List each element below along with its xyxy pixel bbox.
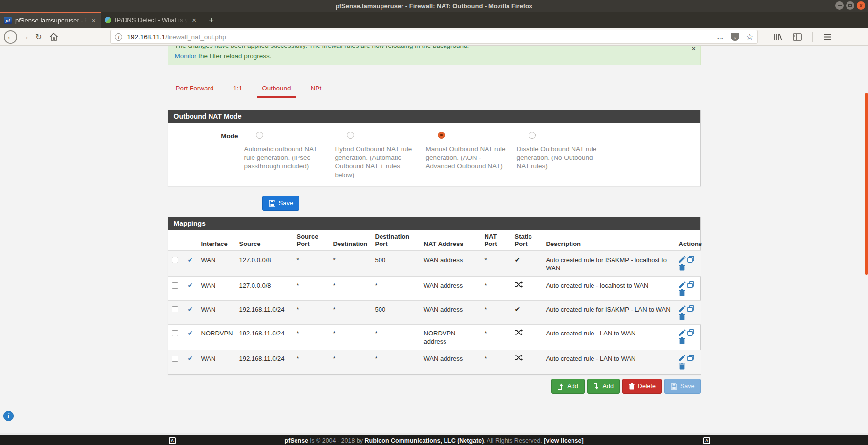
url-bar[interactable]: i 192.168.11.1/firewall_nat_out.php … ⌄ … — [110, 30, 758, 44]
window-controls: x — [835, 1, 865, 10]
cell-interface: WAN — [197, 251, 235, 277]
cell-nat-address: WAN address — [420, 301, 481, 325]
browser-tab-ipdns[interactable]: IP/DNS Detect - What is y × — [101, 12, 201, 28]
minimize-button[interactable] — [835, 1, 844, 10]
vertical-scrollbar-thumb[interactable] — [865, 93, 868, 275]
delete-rule-icon[interactable] — [679, 337, 685, 344]
copy-rule-icon[interactable] — [687, 305, 694, 312]
maximize-button[interactable] — [846, 1, 854, 10]
col-description: Description — [542, 230, 675, 251]
row-checkbox[interactable] — [172, 356, 178, 362]
add-rule-top-button[interactable]: Add — [551, 379, 584, 394]
row-checkbox[interactable] — [172, 282, 178, 289]
floppy-icon — [671, 383, 677, 390]
alert-line2: Monitor the filter reload progress. — [175, 52, 694, 60]
bookmark-star-icon[interactable]: ☆ — [746, 32, 753, 42]
delete-rule-icon[interactable] — [679, 289, 685, 296]
radio-label[interactable]: Manual Outbound NAT rule generation. (AO… — [426, 145, 509, 171]
radio-manual[interactable] — [438, 132, 445, 139]
table-action-bar: Add Add Delete Save — [168, 379, 701, 394]
mode-option-hybrid: Hybrid Outbound NAT rule generation. (Au… — [335, 130, 426, 179]
level-down-icon — [593, 383, 599, 390]
pocket-icon[interactable]: ⌄ — [731, 33, 739, 41]
row-checkbox[interactable] — [172, 257, 178, 263]
edit-rule-icon[interactable] — [679, 305, 686, 312]
tab-outbound[interactable]: Outbound — [257, 82, 296, 98]
add-rule-bottom-button[interactable]: Add — [587, 379, 620, 394]
level-up-icon — [558, 383, 564, 390]
cell-destination-port: 500 — [371, 301, 420, 325]
back-button[interactable]: ← — [4, 30, 17, 44]
page-actions-icon[interactable]: … — [717, 33, 724, 41]
view-license-link[interactable]: [view license] — [544, 437, 583, 444]
trash-icon — [629, 383, 635, 390]
hamburger-menu-icon[interactable] — [824, 34, 831, 40]
window-title: pfSense.Iamsuperuser - Firewall: NAT: Ou… — [336, 2, 533, 10]
radio-hybrid[interactable] — [347, 132, 354, 139]
row-checkbox[interactable] — [172, 330, 178, 336]
floppy-icon — [269, 200, 275, 207]
row-checkbox[interactable] — [172, 306, 178, 312]
page-footer: A pfSense is © 2004 - 2018 by Rubicon Co… — [0, 435, 868, 445]
pfsense-favicon: pf — [4, 17, 12, 24]
delete-rule-icon[interactable] — [679, 313, 685, 320]
panel-title: Mappings — [168, 217, 700, 230]
table-row: ✔WAN192.168.11.0/24***WAN address*Auto c… — [168, 350, 701, 374]
alert-line1: The changes have been applied successful… — [175, 46, 694, 50]
copy-rule-icon[interactable] — [687, 329, 694, 336]
cell-source-port: * — [293, 301, 329, 325]
cell-source: 192.168.11.0/24 — [235, 350, 293, 374]
table-row: ✔WAN127.0.0.0/8**500WAN address*✔Auto cr… — [168, 251, 701, 277]
edit-rule-icon[interactable] — [679, 329, 686, 336]
save-mappings-button[interactable]: Save — [664, 379, 701, 394]
close-button[interactable]: x — [857, 1, 865, 10]
cell-nat-address: WAN address — [420, 277, 481, 301]
copy-rule-icon[interactable] — [687, 256, 694, 263]
alert-close-icon[interactable]: × — [692, 46, 696, 52]
cell-destination-port: * — [371, 277, 420, 301]
col-nat-address: NAT Address — [420, 230, 481, 251]
site-info-icon[interactable]: i — [115, 33, 122, 41]
radio-label[interactable]: Hybrid Outbound NAT rule generation. (Au… — [335, 145, 418, 179]
col-destination-port: Destination Port — [371, 230, 420, 251]
help-info-button[interactable]: i — [3, 411, 14, 421]
copy-rule-icon[interactable] — [687, 281, 694, 288]
tab-close-icon[interactable]: × — [90, 16, 97, 24]
url-text[interactable]: 192.168.11.1/firewall_nat_out.php — [127, 33, 717, 41]
tab-separator — [203, 16, 203, 24]
col-static-port: Static Port — [511, 230, 542, 251]
save-mode-button[interactable]: Save — [262, 196, 300, 211]
cell-source-port: * — [293, 277, 329, 301]
cell-source: 127.0.0.0/8 — [235, 277, 293, 301]
radio-disable[interactable] — [529, 132, 536, 139]
copy-rule-icon[interactable] — [687, 355, 694, 361]
forward-button[interactable]: → — [21, 32, 29, 41]
reload-button[interactable]: ↻ — [35, 32, 42, 42]
browser-tab-pfsense[interactable]: pf pfSense.Iamsuperuser - F × — [0, 12, 101, 28]
home-button[interactable] — [49, 33, 58, 41]
delete-selected-button[interactable]: Delete — [622, 379, 662, 394]
new-tab-button[interactable]: + — [205, 15, 220, 28]
radio-label[interactable]: Disable Outbound NAT rule generation. (N… — [517, 145, 600, 171]
edit-rule-icon[interactable] — [679, 256, 686, 263]
radio-label[interactable]: Automatic outbound NAT rule generation. … — [244, 145, 327, 171]
page-content: The changes have been applied successful… — [0, 46, 868, 435]
tab-close-icon[interactable]: × — [191, 16, 197, 24]
monitor-link[interactable]: Monitor — [175, 52, 197, 60]
cell-description: Auto created rule - LAN to WAN — [542, 325, 675, 350]
delete-rule-icon[interactable] — [679, 264, 685, 271]
delete-rule-icon[interactable] — [679, 363, 685, 370]
rule-enabled-icon: ✔ — [188, 256, 193, 264]
sidebar-icon[interactable] — [793, 33, 802, 41]
cell-source: 192.168.11.0/24 — [235, 301, 293, 325]
tab-port-forward[interactable]: Port Forward — [171, 82, 219, 98]
library-icon[interactable] — [773, 33, 782, 41]
radio-automatic[interactable] — [256, 132, 263, 139]
footer-text: pfSense is © 2004 - 2018 by Rubicon Comm… — [284, 437, 583, 444]
tab-1-1[interactable]: 1:1 — [229, 82, 248, 98]
edit-rule-icon[interactable] — [679, 355, 686, 361]
tab-npt[interactable]: NPt — [306, 82, 327, 98]
window-titlebar: pfSense.Iamsuperuser - Firewall: NAT: Ou… — [0, 0, 868, 12]
cell-static-port: ✔ — [511, 301, 542, 325]
edit-rule-icon[interactable] — [679, 281, 686, 288]
